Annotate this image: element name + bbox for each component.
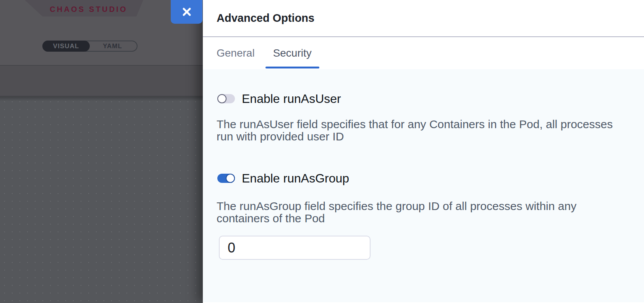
tab-security-active-underline: [265, 67, 319, 68]
canvas-background-dimmed: CHAOS STUDIO VISUAL YAML: [0, 0, 203, 303]
run-as-group-value-input[interactable]: [219, 236, 371, 260]
run-as-user-description: The runAsUser field specifies that for a…: [217, 118, 621, 143]
tab-security-label: Security: [273, 47, 312, 59]
run-as-user-row: Enable runAsUser: [217, 93, 621, 104]
run-as-user-label: Enable runAsUser: [242, 92, 341, 106]
run-as-group-row: Enable runAsGroup: [217, 173, 621, 184]
canvas-toolbar-band: [0, 65, 203, 96]
run-as-user-toggle[interactable]: [217, 94, 235, 103]
chaos-studio-brand-text: CHAOS STUDIO: [40, 3, 128, 14]
yaml-tab[interactable]: YAML: [88, 41, 137, 51]
security-tab-content: Enable runAsUser The runAsUser field spe…: [203, 69, 644, 302]
chaos-studio-screen: CHAOS STUDIO VISUAL YAML Advanced Option…: [0, 0, 644, 303]
toggle-knob: [226, 174, 235, 183]
toggle-knob: [217, 94, 227, 103]
run-as-group-description: The runAsGroup field specifies the group…: [217, 200, 621, 225]
drawer-tabs: General Security: [203, 37, 644, 69]
run-as-group-label: Enable runAsGroup: [242, 171, 349, 186]
advanced-options-drawer: Advanced Options General Security Enable…: [203, 0, 644, 303]
drawer-header: Advanced Options: [203, 0, 644, 37]
dotted-canvas: [0, 96, 203, 303]
close-icon: [181, 6, 193, 18]
visual-tab[interactable]: VISUAL: [42, 41, 90, 52]
tab-general[interactable]: General: [209, 37, 262, 69]
tab-security[interactable]: Security: [265, 37, 319, 69]
run-as-group-toggle[interactable]: [217, 174, 235, 183]
close-drawer-button[interactable]: [171, 0, 202, 24]
chaos-studio-banner: CHAOS STUDIO: [25, 0, 143, 16]
drawer-title: Advanced Options: [217, 12, 314, 24]
visual-yaml-toggle[interactable]: VISUAL YAML: [42, 41, 138, 52]
